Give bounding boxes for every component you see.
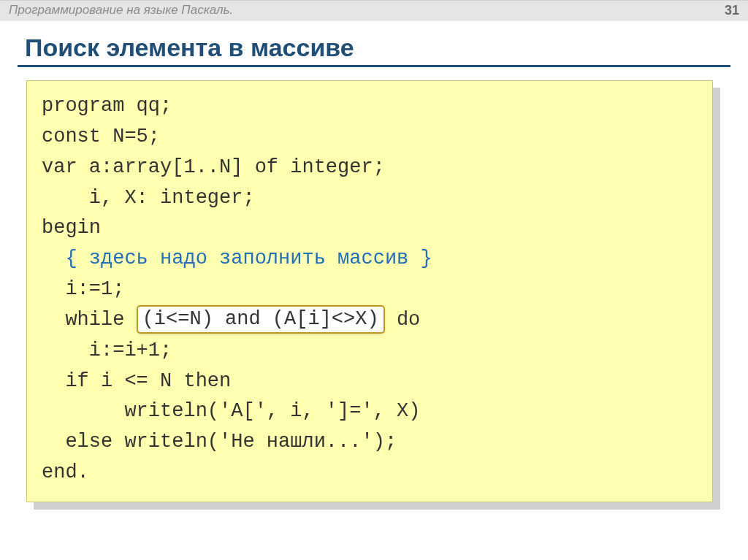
code-fragment: while — [42, 309, 137, 331]
header-bar: Программирование на языке Паскаль. 31 — [0, 0, 748, 20]
code-line: if i <= N then — [42, 367, 698, 397]
while-condition-highlight: (i<=N) and (A[i]<>X) — [137, 305, 385, 334]
code-line: else writeln('Не нашли...'); — [42, 427, 698, 458]
title-underline — [18, 65, 730, 67]
code-line-while: while (i<=N) and (A[i]<>X) do — [42, 305, 698, 336]
code-container: program qq;const N=5;var a:array[1..N] o… — [26, 80, 713, 502]
code-line: const N=5; — [42, 122, 698, 153]
code-line: var a:array[1..N] of integer; — [42, 153, 698, 183]
code-line: end. — [42, 458, 698, 488]
page-number: 31 — [725, 3, 739, 18]
code-comment: { здесь надо заполнить массив } — [42, 244, 698, 275]
code-line: i:=1; — [42, 275, 698, 305]
code-line: i:=i+1; — [42, 336, 698, 367]
code-line: program qq; — [42, 91, 698, 122]
code-line: i, X: integer; — [42, 183, 698, 214]
code-block: program qq;const N=5;var a:array[1..N] o… — [26, 80, 713, 502]
code-line: begin — [42, 213, 698, 244]
code-line: writeln('A[', i, ']=', X) — [42, 396, 698, 427]
slide-title: Поиск элемента в массиве — [25, 34, 730, 62]
code-fragment: do — [385, 309, 421, 331]
slide-body: Поиск элемента в массиве program qq;cons… — [0, 20, 748, 502]
breadcrumb: Программирование на языке Паскаль. — [9, 3, 233, 18]
